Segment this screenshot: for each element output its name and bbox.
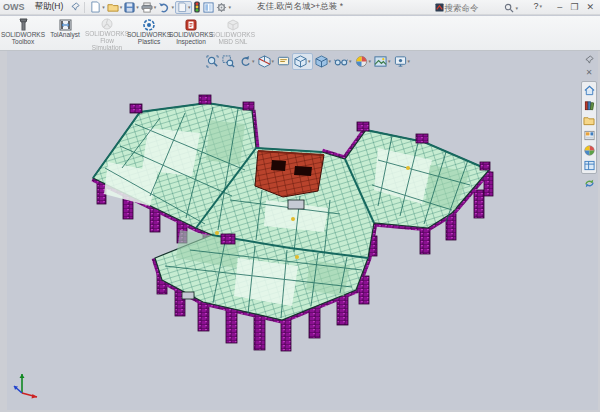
hide-show-glasses-icon — [334, 55, 348, 68]
apply-scene-button[interactable]: ▾ — [373, 54, 392, 69]
task-pane-close-icon[interactable]: ✕ — [586, 68, 593, 77]
hide-show-items-button[interactable]: ▾ — [333, 54, 353, 69]
stair-core[interactable] — [255, 151, 324, 197]
zoom-to-area-button[interactable] — [221, 54, 236, 69]
file-explorer-tab[interactable] — [583, 114, 595, 126]
home-icon — [584, 85, 595, 96]
task-pane: ✕ — [581, 55, 597, 189]
edit-appearance-button[interactable]: ▾ — [354, 54, 373, 69]
heads-up-view-toolbar: ▾ ▾ ▾ ▾ ▾ ▾ ▾ ▾ — [205, 53, 411, 69]
display-style-icon — [315, 55, 328, 68]
design-library-tab[interactable] — [583, 99, 595, 111]
task-pane-tabs — [581, 81, 597, 174]
view-orientation-button[interactable]: ▾ — [292, 53, 313, 70]
solidworks-resources-tab[interactable] — [583, 84, 595, 96]
apply-scene-icon — [374, 55, 387, 68]
display-style-button[interactable]: ▾ — [314, 54, 333, 69]
previous-view-icon — [238, 55, 251, 68]
appearance-sphere-icon — [584, 145, 595, 156]
properties-table-icon — [584, 160, 595, 171]
reference-triad — [14, 374, 37, 399]
view-settings-icon — [394, 55, 407, 68]
dynamic-annotation-button[interactable] — [276, 54, 291, 69]
previous-view-button[interactable]: ▾ — [237, 54, 256, 69]
solidworks-forum-tab[interactable] — [583, 177, 595, 189]
view-palette-tab[interactable] — [583, 129, 595, 141]
dynamic-annotation-icon — [277, 55, 290, 68]
task-pane-pin-icon[interactable] — [585, 55, 594, 66]
view-orientation-cube-icon — [294, 55, 307, 68]
appearances-scenes-tab[interactable] — [583, 144, 595, 156]
forum-arrows-icon — [584, 178, 595, 189]
view-settings-button[interactable]: ▾ — [393, 54, 412, 69]
custom-properties-tab[interactable] — [583, 159, 595, 171]
section-view-button[interactable]: ▾ — [257, 54, 276, 69]
zoom-to-fit-icon — [206, 55, 219, 68]
books-icon — [584, 100, 595, 111]
view-palette-icon — [584, 130, 595, 141]
zoom-to-fit-button[interactable] — [205, 54, 220, 69]
zoom-to-area-icon — [222, 55, 235, 68]
folder-icon — [583, 115, 595, 126]
section-view-icon — [258, 55, 271, 68]
edit-appearance-ball-icon — [355, 55, 368, 68]
